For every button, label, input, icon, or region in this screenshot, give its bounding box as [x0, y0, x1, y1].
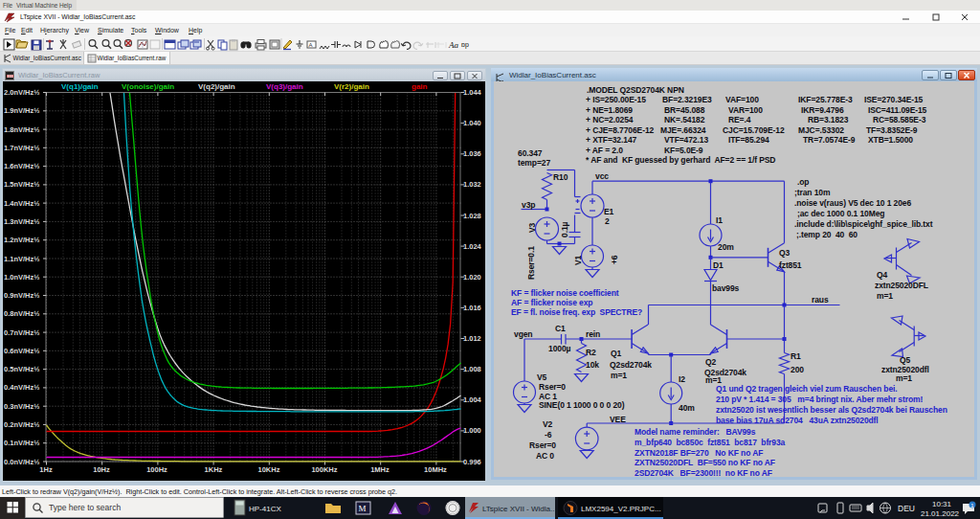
svg-text:21.01.2022: 21.01.2022 [921, 509, 960, 518]
svg-text:M: M [359, 504, 367, 513]
svg-text:Type here to search: Type here to search [49, 503, 121, 512]
svg-text:10:31: 10:31 [932, 500, 952, 508]
svg-text:ɒp: ɒp [461, 41, 469, 49]
svg-text:LTspice XVII - Widla...: LTspice XVII - Widla... [482, 505, 557, 513]
svg-text:A: A [309, 42, 313, 48]
svg-text:LMX2594_V2.PRJPC...: LMX2594_V2.PRJPC... [581, 505, 661, 513]
svg-text:HP-41CX: HP-41CX [249, 505, 281, 513]
svg-text:Aa: Aa [448, 40, 458, 50]
svg-text:DEU: DEU [898, 504, 915, 513]
